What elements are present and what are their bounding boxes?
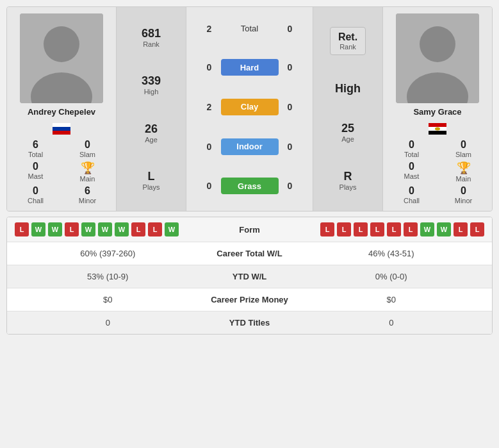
player1-minor-label: Minor — [79, 197, 97, 204]
player2-card: Samy Grace 0 Total 0 Slam — [383, 7, 492, 211]
player2-slam-cell: 0 Slam — [440, 139, 487, 158]
player1-high-value: 339 — [142, 74, 161, 88]
player1-chall-value: 0 — [33, 185, 38, 197]
court-hard-left: 0 — [203, 62, 216, 72]
form-badge-p2-10: L — [470, 222, 484, 236]
player2-mast-label: Mast — [404, 172, 420, 180]
player2-main-label: Main — [456, 175, 471, 183]
prize-money-right: $0 — [301, 295, 482, 304]
court-indoor-right: 0 — [284, 142, 297, 152]
player1-high-label: High — [142, 88, 161, 95]
svg-rect-4 — [53, 127, 70, 131]
form-badge-p1-8: L — [131, 222, 145, 236]
player2-stats-grid: 0 Total 0 Slam 0 Mast 🏆 Main 0 Chall — [388, 139, 487, 204]
player2-chall-label: Chall — [404, 197, 420, 204]
player1-total-value: 6 — [33, 139, 38, 151]
court-indoor-left: 0 — [203, 142, 216, 152]
court-indoor-row: 0 Indoor 0 — [193, 138, 306, 155]
player2-rank-cell: Ret. Rank — [330, 27, 366, 55]
form-row: L W W L W W W L L W Form L L L L L L W W — [7, 217, 492, 242]
player2-chall-cell: 0 Chall — [388, 185, 435, 204]
player1-chall-cell: 0 Chall — [12, 185, 59, 204]
player2-high-cell: High — [335, 82, 361, 95]
player2-age-label: Age — [341, 135, 354, 143]
player2-slam-value: 0 — [461, 139, 466, 151]
player1-age-label: Age — [145, 136, 158, 144]
player1-slam-value: 0 — [85, 139, 90, 151]
form-badge-p1-6: W — [98, 222, 112, 236]
player2-slam-label: Slam — [455, 151, 471, 158]
ytd-titles-left: 0 — [17, 318, 199, 328]
player1-avatar — [20, 13, 103, 103]
player2-trophy: 🏆 Main — [440, 161, 487, 183]
stats-table: L W W L W W W L L W Form L L L L L L W W — [6, 217, 493, 335]
player1-total-label: Total — [28, 151, 43, 158]
form-badge-p1-1: L — [15, 222, 29, 236]
form-badge-p2-9: L — [454, 222, 468, 236]
court-grass-row: 0 Grass 0 — [193, 178, 306, 194]
form-badge-p2-6: L — [404, 222, 418, 236]
form-badge-p2-4: L — [370, 222, 384, 236]
player1-rank-label: Rank — [142, 40, 161, 48]
form-badge-p2-5: L — [387, 222, 401, 236]
svg-rect-3 — [53, 123, 70, 127]
svg-point-12 — [435, 128, 440, 131]
player2-rank-label: Rank — [338, 43, 357, 51]
player1-slam-cell: 0 Slam — [64, 139, 111, 158]
career-wl-left: 60% (397-260) — [17, 249, 199, 258]
player1-high-cell: 339 High — [142, 74, 161, 95]
ytd-wl-center: YTD W/L — [199, 272, 301, 281]
player1-plays-cell: L Plays — [143, 170, 160, 191]
player2-mast-value: 0 — [409, 161, 414, 172]
career-wl-center: Career Total W/L — [199, 249, 301, 258]
player2-total-value: 0 — [409, 139, 414, 151]
player2-high-value: High — [335, 82, 361, 95]
player1-mast-value: 0 — [33, 161, 38, 172]
court-total-row: 2 Total 0 — [193, 24, 306, 34]
court-hard-right: 0 — [284, 62, 297, 72]
svg-rect-9 — [429, 123, 446, 127]
form-badge-p1-4: L — [65, 222, 79, 236]
court-grass-right: 0 — [284, 181, 297, 191]
svg-point-7 — [420, 26, 455, 62]
player1-minor-value: 6 — [85, 185, 90, 197]
player2-total-label: Total — [404, 151, 419, 158]
player1-mid-stats: 681 Rank 339 High 26 Age L Plays — [116, 7, 186, 211]
player2-chall-value: 0 — [409, 185, 414, 197]
prize-money-center: Career Prize Money — [199, 295, 301, 304]
player1-mast-label: Mast — [28, 172, 44, 180]
player2-plays-label: Plays — [339, 183, 357, 191]
form-label: Form — [199, 225, 301, 235]
player1-slam-label: Slam — [79, 151, 95, 158]
player2-mid-stats: Ret. Rank High 25 Age R Plays — [313, 7, 383, 211]
player1-plays-label: Plays — [143, 183, 160, 191]
form-badge-p1-5: W — [81, 222, 95, 236]
form-right-badges: L L L L L L W W L L — [301, 222, 485, 236]
ytd-titles-right: 0 — [301, 318, 482, 328]
svg-rect-5 — [53, 131, 70, 135]
player2-plays-value: R — [339, 170, 357, 183]
player1-minor-cell: 6 Minor — [64, 185, 111, 204]
hard-badge: Hard — [221, 59, 279, 76]
form-badge-p1-3: W — [48, 222, 62, 236]
court-total-right: 0 — [284, 24, 297, 34]
player2-name: Samy Grace — [413, 107, 461, 117]
ytd-titles-center: YTD Titles — [199, 318, 301, 328]
player1-flag — [53, 123, 70, 137]
player2-rank-value: Ret. — [338, 31, 357, 43]
player2-minor-label: Minor — [455, 197, 473, 204]
player1-rank-value: 681 — [142, 27, 161, 40]
court-total-label: Total — [221, 24, 279, 33]
svg-rect-11 — [429, 131, 446, 135]
player1-chall-label: Chall — [28, 197, 44, 204]
player2-age-value: 25 — [341, 122, 354, 135]
main-container: Andrey Chepelev 6 Total 0 Slam — [0, 0, 499, 341]
player1-main-label: Main — [80, 175, 95, 183]
player2-plays-cell: R Plays — [339, 170, 357, 191]
court-clay-left: 2 — [203, 102, 216, 112]
player2-minor-value: 0 — [461, 185, 466, 197]
ytd-titles-row: 0 YTD Titles 0 — [7, 311, 492, 334]
career-wl-row: 60% (397-260) Career Total W/L 46% (43-5… — [7, 242, 492, 265]
form-left-badges: L W W L W W W L L W — [15, 222, 199, 236]
trophy-icon-2: 🏆 — [457, 161, 471, 175]
